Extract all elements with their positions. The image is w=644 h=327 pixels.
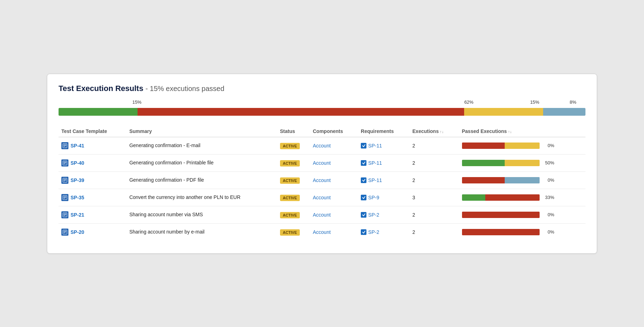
passed-pct-label: 0% [542, 229, 554, 235]
status-badge: ACTIVE [280, 195, 300, 201]
test-case-icon [61, 194, 68, 201]
mini-bar-segment [462, 212, 540, 218]
test-case-summary: Sharing account number via SMS [127, 206, 277, 223]
table-row: SP-20Sharing account number by e-mailACT… [59, 223, 585, 241]
mini-bar [462, 212, 540, 218]
component-link[interactable]: Account [313, 143, 331, 149]
passed-executions-cell: 50% [462, 160, 583, 166]
mini-bar-segment [462, 177, 505, 183]
mini-bar [462, 194, 540, 201]
mini-bar-segment [462, 229, 540, 235]
page-title: Test Execution Results - 15% executions … [59, 84, 585, 93]
requirement-checkbox [361, 143, 366, 149]
component-link[interactable]: Account [313, 160, 331, 166]
progress-section: 15%62%15%8% [59, 99, 585, 116]
progress-bar [59, 108, 585, 116]
executions-count: 2 [409, 171, 459, 189]
test-case-link[interactable]: SP-40 [61, 159, 124, 166]
status-badge: ACTIVE [280, 229, 300, 236]
results-card: Test Execution Results - 15% executions … [47, 74, 597, 254]
test-case-id: SP-41 [71, 143, 84, 149]
column-header[interactable]: Executions [409, 126, 459, 137]
table-row: SP-35Convert the currency into another o… [59, 189, 585, 206]
component-link[interactable]: Account [313, 212, 331, 218]
test-case-icon [61, 229, 68, 236]
table-row: SP-21Sharing account number via SMSACTIV… [59, 206, 585, 223]
results-table: Test Case TemplateSummaryStatusComponent… [59, 126, 585, 241]
passed-executions-cell: 0% [462, 212, 583, 218]
passed-pct-label: 50% [542, 160, 554, 165]
passed-pct-label: 33% [542, 195, 554, 200]
passed-pct-label: 0% [542, 212, 554, 217]
progress-label: 15% [132, 99, 141, 105]
test-case-id: SP-35 [71, 195, 84, 200]
progress-bar-segment [59, 108, 138, 116]
executions-count: 2 [409, 154, 459, 171]
test-case-link[interactable]: SP-21 [61, 211, 124, 218]
test-case-summary: Generating confirmation - PDF file [127, 171, 277, 189]
test-case-summary: Generating confirmation - Printable file [127, 154, 277, 171]
requirement-link[interactable]: SP-2 [368, 212, 379, 218]
column-header: Test Case Template [59, 126, 127, 137]
passed-executions-cell: 0% [462, 229, 583, 235]
passed-pct-label: 0% [542, 177, 554, 183]
requirement-link[interactable]: SP-11 [368, 143, 382, 149]
executions-count: 2 [409, 206, 459, 223]
passed-pct-label: 0% [542, 143, 554, 148]
status-badge: ACTIVE [280, 143, 300, 149]
column-header: Summary [127, 126, 277, 137]
mini-bar [462, 160, 540, 166]
progress-labels: 15%62%15%8% [59, 99, 585, 107]
requirement-link[interactable]: SP-11 [368, 160, 382, 166]
mini-bar-segment [505, 160, 540, 166]
test-case-link[interactable]: SP-39 [61, 177, 124, 184]
mini-bar-segment [462, 143, 505, 149]
status-badge: ACTIVE [280, 160, 300, 166]
mini-bar-segment [462, 160, 505, 166]
status-badge: ACTIVE [280, 212, 300, 218]
requirement-link[interactable]: SP-9 [368, 195, 379, 200]
requirement-checkbox [361, 212, 366, 218]
component-link[interactable]: Account [313, 229, 331, 235]
requirement-checkbox [361, 195, 366, 200]
table-row: SP-41Generating confirmation - E-mailACT… [59, 137, 585, 154]
table-header-row: Test Case TemplateSummaryStatusComponent… [59, 126, 585, 137]
progress-bar-segment [464, 108, 543, 116]
test-case-summary: Generating confirmation - E-mail [127, 137, 277, 154]
test-case-id: SP-40 [71, 160, 84, 166]
test-case-link[interactable]: SP-20 [61, 229, 124, 236]
table-body: SP-41Generating confirmation - E-mailACT… [59, 137, 585, 241]
requirement-link[interactable]: SP-11 [368, 177, 382, 183]
executions-count: 2 [409, 137, 459, 154]
executions-count: 2 [409, 223, 459, 241]
progress-bar-segment [543, 108, 585, 116]
mini-bar [462, 229, 540, 235]
component-link[interactable]: Account [313, 195, 331, 200]
table-row: SP-40Generating confirmation - Printable… [59, 154, 585, 171]
passed-executions-cell: 0% [462, 177, 583, 183]
mini-bar-segment [485, 194, 540, 201]
mini-bar-segment [462, 194, 485, 201]
requirement-checkbox [361, 229, 366, 235]
passed-executions-cell: 33% [462, 194, 583, 201]
test-case-link[interactable]: SP-35 [61, 194, 124, 201]
mini-bar-segment [505, 177, 540, 183]
test-case-link[interactable]: SP-41 [61, 142, 124, 149]
test-case-summary: Sharing account number by e-mail [127, 223, 277, 241]
progress-label: 62% [464, 99, 473, 105]
test-case-icon [61, 142, 68, 149]
title-main: Test Execution Results [59, 84, 143, 93]
title-sub: - 15% executions passed [146, 85, 224, 92]
mini-bar [462, 143, 540, 149]
test-case-id: SP-21 [71, 212, 84, 218]
executions-count: 3 [409, 189, 459, 206]
test-case-summary: Convert the currency into another one PL… [127, 189, 277, 206]
column-header: Status [277, 126, 310, 137]
component-link[interactable]: Account [313, 177, 331, 183]
column-header[interactable]: Passed Executions [459, 126, 586, 137]
requirement-link[interactable]: SP-2 [368, 229, 379, 235]
passed-executions-cell: 0% [462, 143, 583, 149]
progress-bar-segment [138, 108, 464, 116]
requirement-checkbox [361, 177, 366, 183]
test-case-icon [61, 159, 68, 166]
